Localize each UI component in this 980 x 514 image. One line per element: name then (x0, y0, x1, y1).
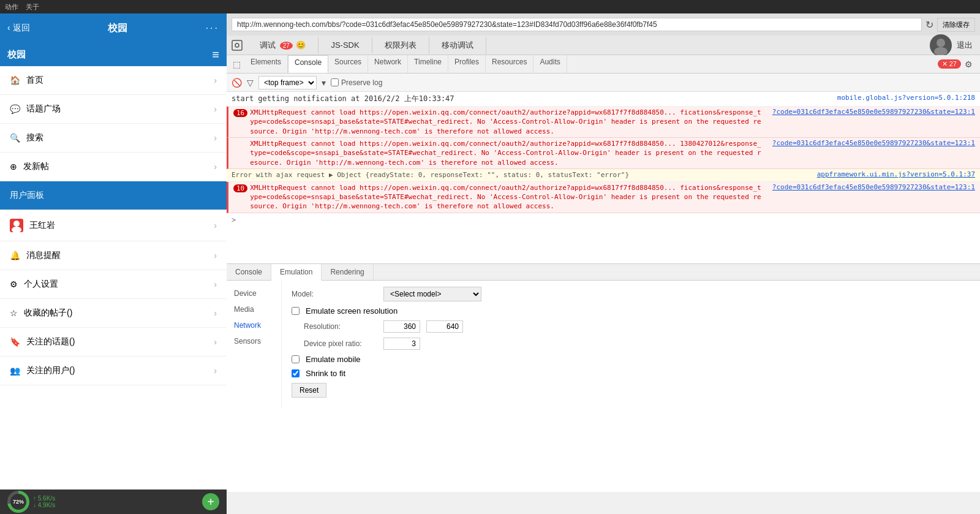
frame-selector[interactable]: <top frame> (258, 76, 317, 89)
debug-badge: 27 (280, 42, 293, 50)
emulate-resolution-checkbox[interactable] (292, 307, 300, 315)
resolution-height-input[interactable] (426, 320, 463, 333)
model-select[interactable]: <Select model> Apple iPhone 4 Apple iPho… (383, 287, 481, 301)
resolution-row: Resolution: (292, 320, 970, 333)
devtools-tabs: Elements Console Sources Network Timelin… (244, 55, 567, 73)
clear-console-button[interactable]: 🚫 (232, 78, 242, 88)
upload-stat: ↑ 5.6K/s (33, 495, 55, 502)
error-src-1[interactable]: ?code=031c6df3efac45e850e0e59897927230&s… (772, 108, 975, 116)
resolution-width-input[interactable] (383, 320, 420, 333)
error-count-badge: ✕ 27 (938, 59, 961, 69)
emulate-mobile-checkbox[interactable] (292, 355, 300, 363)
tab-elements[interactable]: Elements (244, 55, 288, 73)
tab-profiles[interactable]: Profiles (448, 55, 486, 73)
logout-button[interactable]: 退出 (957, 40, 973, 51)
tab-timeline[interactable]: Timeline (408, 55, 448, 73)
settings-chevron: › (214, 279, 217, 289)
followed-users-chevron: › (214, 366, 217, 376)
bottom-panel: Console Emulation Rendering Device Media… (227, 263, 980, 492)
sidebar-overlay: ‹ 返回 校园 ··· 校园 ≡ 🏠 首页 › (0, 13, 227, 489)
overlay-more[interactable]: ··· (206, 23, 219, 34)
sidebar-item-search[interactable]: 🔍 搜索 › (0, 124, 227, 153)
sidebar-item-topics[interactable]: 💬 话题广场 › (0, 95, 227, 124)
warning-src-3[interactable]: appframework.ui.min.js?version=5.0.1:37 (817, 170, 975, 178)
notifications-label: 消息提醒 (26, 250, 61, 261)
notifications-chevron: › (214, 251, 217, 260)
emulation-sidebar-sensors[interactable]: Sensors (227, 333, 281, 349)
debug-emoji: 😊 (296, 40, 306, 50)
download-stat: ↓ 4.9K/s (33, 502, 55, 508)
console-src-0[interactable]: mobile.global.js?version=5.0.1:218 (832, 94, 975, 102)
sidebar-item-favorites[interactable]: ☆ 收藏的帖子() › (0, 299, 227, 328)
svg-point-3 (235, 43, 239, 47)
tab-resources[interactable]: Resources (486, 55, 533, 73)
console-prompt-line: > (227, 213, 980, 227)
sidebar-item-dashboard[interactable]: 用户面板 (0, 181, 227, 210)
followed-users-icon: 👥 (10, 366, 20, 376)
sidebar-item-user[interactable]: 王红岩 › (0, 210, 227, 241)
sidebar-item-notifications[interactable]: 🔔 消息提醒 › (0, 241, 227, 270)
tab-network[interactable]: Network (368, 55, 408, 73)
settings-label: 个人设置 (24, 279, 58, 290)
bottom-tab-rendering[interactable]: Rendering (322, 264, 373, 280)
clear-cache-button[interactable]: 清除缓存 (937, 18, 975, 32)
tab-debug[interactable]: 调试 27 😊 (247, 37, 318, 54)
svg-point-4 (937, 39, 945, 47)
reset-button[interactable]: Reset (292, 383, 326, 398)
error-src-4[interactable]: ?code=031c6df3efac45e850e0e59897927230&s… (772, 183, 975, 191)
address-bar[interactable] (232, 18, 922, 31)
tab-jssdk[interactable]: JS-SDK (318, 37, 372, 53)
overlay-back[interactable]: ‹ 返回 (7, 23, 30, 34)
sidebar-item-home[interactable]: 🏠 首页 › (0, 66, 227, 95)
hamburger-icon[interactable]: ≡ (212, 48, 219, 62)
network-stats: ↑ 5.6K/s ↓ 4.9K/s (33, 495, 55, 508)
bottom-tab-console[interactable]: Console (227, 264, 271, 280)
devtools-settings-icon[interactable]: ⚙ (965, 59, 973, 69)
tab-permissions[interactable]: 权限列表 (372, 37, 429, 54)
sidebar-item-followed-topics[interactable]: 🔖 关注的话题() › (0, 328, 227, 357)
tab-sources[interactable]: Sources (328, 55, 368, 73)
console-line-4: 10 XMLHttpRequest cannot load https://op… (227, 182, 980, 213)
reset-row: Reset (292, 383, 970, 398)
sidebar-item-newpost[interactable]: ⊕ 发新帖 › (0, 153, 227, 181)
sidebar-item-followed-users[interactable]: 👥 关注的用户() › (0, 357, 227, 385)
tab-console[interactable]: Console (288, 55, 328, 73)
filter-button[interactable]: ▽ (247, 78, 254, 88)
action-dongzuo[interactable]: 动作 (5, 2, 18, 12)
newpost-label: 发新帖 (23, 161, 49, 172)
topics-chevron: › (214, 104, 217, 114)
sidebar-item-settings[interactable]: ⚙ 个人设置 › (0, 270, 227, 299)
tab-mobile-debug[interactable]: 移动调试 (429, 37, 486, 54)
shrink-checkbox[interactable] (292, 369, 300, 377)
favorites-chevron: › (214, 308, 217, 318)
overlay-app-header: ‹ 返回 校园 ··· (0, 13, 227, 43)
action-guanyu[interactable]: 关于 (26, 2, 39, 12)
sidebar-menu: 🏠 首页 › 💬 话题广场 › 🔍 搜索 (0, 66, 227, 489)
tab-audits[interactable]: Audits (533, 55, 567, 73)
plus-button[interactable]: + (202, 493, 219, 510)
error-src-2[interactable]: ?code=031c6df3efac45e850e0e59897927230&s… (772, 139, 975, 147)
console-prompt-icon: > (232, 216, 236, 224)
devtools-inspect-button[interactable]: ⬚ (229, 58, 244, 70)
emulation-sidebar-device[interactable]: Device (227, 285, 281, 301)
topics-icon: 💬 (10, 104, 20, 114)
preserve-log-checkbox[interactable] (331, 78, 339, 86)
emulate-mobile-label: Emulate mobile (306, 355, 361, 364)
bottom-tab-emulation[interactable]: Emulation (271, 264, 322, 281)
main-layout: < 返回 校园 ··· W test demo 27 分钟前 W 你好，酷狗 (0, 13, 980, 492)
emulation-sidebar-network[interactable]: Network (227, 317, 281, 333)
preserve-log-label[interactable]: Preserve log (331, 78, 382, 87)
dpr-label: Device pixel ratio: (292, 339, 377, 348)
user-label: 王红岩 (29, 220, 55, 231)
emulation-sidebar-media[interactable]: Media (227, 301, 281, 317)
outer-tabs-bar: 调试 27 😊 JS-SDK 权限列表 移动调试 退出 (227, 36, 980, 55)
svg-rect-2 (232, 40, 242, 50)
dropdown-arrow: ▾ (322, 78, 326, 88)
error-badge-4: 10 (233, 184, 247, 192)
overlay-nav-title: 校园 (7, 49, 26, 61)
dpr-input[interactable] (383, 338, 420, 350)
user-icon (10, 219, 23, 232)
user-avatar (930, 34, 952, 56)
reload-button[interactable]: ↻ (925, 19, 933, 31)
top-app-bar: 动作 关于 (0, 0, 980, 13)
